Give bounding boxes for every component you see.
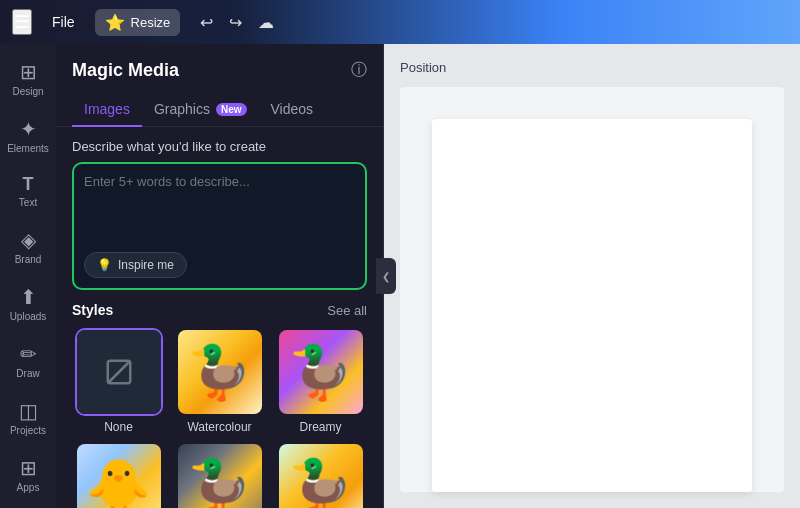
uploads-label: Uploads (10, 311, 47, 322)
styles-header: Styles See all (72, 302, 367, 318)
brand-icon: ◈ (21, 228, 36, 252)
canvas-area: Position (384, 44, 800, 508)
star-icon: ⭐ (105, 13, 125, 32)
design-label: Design (12, 86, 43, 97)
style-none[interactable]: None (72, 328, 165, 434)
sidebar-item-brand[interactable]: ◈ Brand (3, 220, 53, 273)
projects-icon: ◫ (19, 399, 38, 423)
styles-title: Styles (72, 302, 113, 318)
panel-header: Magic Media ⓘ (56, 44, 383, 81)
tab-images[interactable]: Images (72, 93, 142, 127)
projects-label: Projects (10, 425, 46, 436)
elements-label: Elements (7, 143, 49, 154)
see-all-button[interactable]: See all (327, 303, 367, 318)
tab-videos[interactable]: Videos (259, 93, 326, 127)
new-badge: New (216, 103, 247, 116)
tab-images-label: Images (84, 101, 130, 117)
style-watercolour[interactable]: Watercolour (173, 328, 266, 434)
cloud-button[interactable]: ☁ (254, 9, 278, 36)
info-icon[interactable]: ⓘ (351, 60, 367, 81)
undo-button[interactable]: ↩ (196, 9, 217, 36)
file-button[interactable]: File (44, 10, 83, 34)
panel-wrapper: Magic Media ⓘ Images Graphics New Videos… (56, 44, 384, 508)
topbar-actions: ↩ ↪ ☁ (196, 9, 278, 36)
sidebar-item-draw[interactable]: ✏ Draw (3, 334, 53, 387)
text-label: Text (19, 197, 37, 208)
style-photo[interactable]: Photo (274, 442, 367, 508)
tab-graphics-label: Graphics (154, 101, 210, 117)
inspire-icon: 💡 (97, 258, 112, 272)
style-thumb-anime (75, 442, 163, 508)
styles-grid: None Watercolour Dreamy (72, 328, 367, 508)
style-thumb-watercolour (176, 328, 264, 416)
style-watercolour-label: Watercolour (187, 420, 251, 434)
sidebar-item-projects[interactable]: ◫ Projects (3, 391, 53, 444)
watercolour-image (178, 330, 262, 414)
style-dreamy[interactable]: Dreamy (274, 328, 367, 434)
canvas-background (400, 87, 784, 492)
none-icon (77, 330, 161, 414)
resize-button[interactable]: ⭐ Resize (95, 9, 181, 36)
tabs: Images Graphics New Videos (56, 81, 383, 127)
elements-icon: ✦ (20, 117, 37, 141)
design-icon: ⊞ (20, 60, 37, 84)
draw-icon: ✏ (20, 342, 37, 366)
icon-nav: ⊞ Design ✦ Elements T Text ◈ Brand ⬆ Upl… (0, 44, 56, 508)
menu-icon[interactable]: ☰ (12, 9, 32, 35)
redo-button[interactable]: ↪ (225, 9, 246, 36)
magic-media-panel: Magic Media ⓘ Images Graphics New Videos… (56, 44, 384, 508)
style-dreamy-label: Dreamy (299, 420, 341, 434)
svg-line-1 (107, 361, 130, 384)
photo-image (279, 444, 363, 508)
position-label: Position (400, 60, 784, 75)
topbar: ☰ File ⭐ Resize ↩ ↪ ☁ (0, 0, 800, 44)
draw-label: Draw (16, 368, 39, 379)
style-thumb-filmic (176, 442, 264, 508)
tab-videos-label: Videos (271, 101, 314, 117)
style-thumb-none (75, 328, 163, 416)
resize-label: Resize (131, 15, 171, 30)
sidebar-item-design[interactable]: ⊞ Design (3, 52, 53, 105)
anime-image (77, 444, 161, 508)
tab-graphics[interactable]: Graphics New (142, 93, 259, 127)
filmic-image (178, 444, 262, 508)
canvas-white (432, 119, 752, 492)
style-anime[interactable]: Anime (72, 442, 165, 508)
inspire-label: Inspire me (118, 258, 174, 272)
collapse-icon: ❮ (382, 271, 390, 282)
panel-title: Magic Media (72, 60, 179, 81)
sidebar-item-elements[interactable]: ✦ Elements (3, 109, 53, 162)
style-thumb-dreamy (277, 328, 365, 416)
style-filmic[interactable]: Filmic (173, 442, 266, 508)
sidebar-item-apps[interactable]: ⊞ Apps (3, 448, 53, 501)
dreamy-image (279, 330, 363, 414)
sidebar-item-text[interactable]: T Text (3, 166, 53, 216)
describe-label: Describe what you'd like to create (72, 139, 367, 154)
brand-label: Brand (15, 254, 42, 265)
uploads-icon: ⬆ (20, 285, 37, 309)
inspire-button[interactable]: 💡 Inspire me (84, 252, 187, 278)
main-area: ⊞ Design ✦ Elements T Text ◈ Brand ⬆ Upl… (0, 44, 800, 508)
apps-icon: ⊞ (20, 456, 37, 480)
text-icon: T (23, 174, 34, 195)
apps-label: Apps (17, 482, 40, 493)
prompt-input[interactable] (84, 174, 355, 244)
collapse-handle[interactable]: ❮ (376, 258, 396, 294)
panel-content: Describe what you'd like to create 💡 Ins… (56, 127, 383, 508)
sidebar-item-uploads[interactable]: ⬆ Uploads (3, 277, 53, 330)
style-none-label: None (104, 420, 133, 434)
style-thumb-photo (277, 442, 365, 508)
prompt-area[interactable]: 💡 Inspire me (72, 162, 367, 290)
